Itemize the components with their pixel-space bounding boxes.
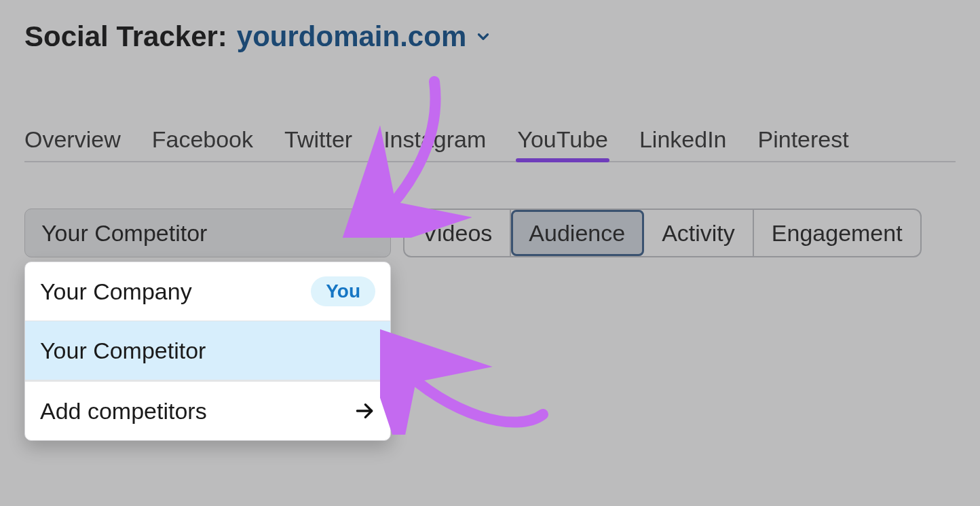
metric-tab-audience[interactable]: Audience: [511, 210, 644, 256]
competitor-select: Your Competitor Your Company You Your Co…: [24, 209, 391, 257]
dropdown-add-competitors[interactable]: Add competitors: [25, 382, 390, 440]
metric-tab-videos[interactable]: Videos: [404, 210, 511, 256]
page-root: Social Tracker: yourdomain.com Overview …: [0, 0, 980, 506]
tab-instagram[interactable]: Instagram: [383, 126, 486, 153]
metric-tab-engagement[interactable]: Engagement: [754, 210, 920, 256]
you-badge: You: [311, 276, 375, 306]
domain-selector[interactable]: yourdomain.com: [237, 20, 492, 53]
competitor-select-button[interactable]: Your Competitor: [24, 209, 391, 257]
controls-row: Your Competitor Your Company You Your Co…: [24, 209, 956, 257]
tab-youtube[interactable]: YouTube: [517, 126, 608, 153]
dropdown-item-label: Your Company: [40, 278, 192, 305]
platform-tabs: Overview Facebook Twitter Instagram YouT…: [24, 126, 956, 162]
page-title-prefix: Social Tracker:: [24, 20, 227, 53]
chevron-down-icon: [355, 223, 374, 242]
metric-tab-activity[interactable]: Activity: [644, 210, 754, 256]
dropdown-item-your-competitor[interactable]: Your Competitor: [25, 321, 390, 380]
dropdown-item-label: Add competitors: [40, 398, 207, 424]
chevron-down-icon: [474, 28, 492, 46]
dropdown-item-label: Your Competitor: [40, 338, 206, 364]
competitor-dropdown: Your Company You Your Competitor Add com…: [24, 261, 391, 441]
tab-linkedin[interactable]: LinkedIn: [639, 126, 727, 153]
domain-selector-label: yourdomain.com: [237, 20, 466, 53]
arrow-right-icon: [354, 400, 375, 422]
tab-twitter[interactable]: Twitter: [284, 126, 352, 153]
page-title-row: Social Tracker: yourdomain.com: [24, 20, 956, 53]
dropdown-item-your-company[interactable]: Your Company You: [25, 262, 390, 321]
tab-facebook[interactable]: Facebook: [152, 126, 253, 153]
tab-pinterest[interactable]: Pinterest: [758, 126, 849, 153]
metric-tabs: Videos Audience Activity Engagement: [403, 209, 922, 257]
competitor-select-value: Your Competitor: [41, 220, 207, 247]
tab-overview[interactable]: Overview: [24, 126, 121, 153]
